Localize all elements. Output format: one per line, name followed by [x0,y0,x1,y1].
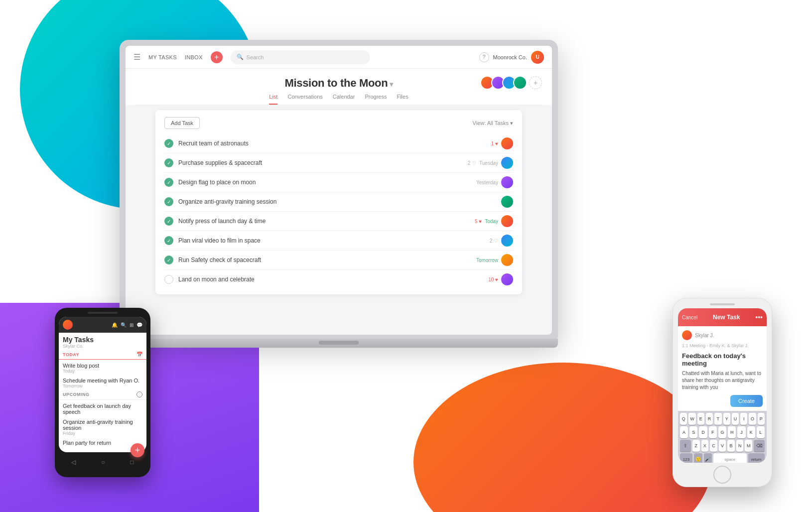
android-calendar-icon[interactable]: 📅 [136,352,142,357]
android-upcoming-header: UPCOMING [59,389,146,400]
key-i[interactable]: I [740,413,747,425]
key-emoji[interactable]: 🙂 [694,453,702,463]
android-grid-icon[interactable]: ⊞ [130,322,134,328]
android-chat-icon[interactable]: 💬 [136,322,142,328]
task-check[interactable]: ✓ [164,236,173,245]
key-a[interactable]: A [680,426,688,438]
key-space[interactable]: space [713,453,747,463]
android-my-tasks-label: My Tasks [63,336,142,344]
key-g[interactable]: G [718,426,726,438]
task-list-container: Add Task View: All Tasks ▾ ✓ Recruit tea… [155,110,522,294]
key-k[interactable]: K [747,426,755,438]
key-e[interactable]: E [697,413,704,425]
task-check[interactable]: ✓ [164,158,173,167]
key-d[interactable]: D [699,426,707,438]
key-h[interactable]: H [728,426,736,438]
nav-my-tasks[interactable]: MY TASKS [148,54,177,60]
key-w[interactable]: W [688,413,695,425]
help-button[interactable]: ? [479,52,489,62]
task-check[interactable] [164,275,173,284]
key-n[interactable]: N [736,440,744,452]
laptop-screen-inner: ☰ MY TASKS INBOX + 🔍 Search ? Moonrock C… [126,46,552,335]
android-app-title: My Tasks Skylar Co. [59,333,146,350]
key-b[interactable]: B [727,440,735,452]
key-s[interactable]: S [689,426,697,438]
task-likes: 2 ♡ [490,238,498,244]
menu-icon[interactable]: ☰ [134,52,140,62]
android-back-button[interactable]: ◁ [71,459,76,466]
topbar-right: ? Moonrock Co. U [479,51,544,64]
keyboard-row-4: 123 🙂 🎤 space return [680,453,765,463]
android-task-name: Write blog post [63,363,142,369]
key-q[interactable]: Q [680,413,687,425]
android-task-anti-gravity[interactable]: Organize anti-gravity training session F… [59,416,146,437]
android-recents-button[interactable]: □ [130,459,134,466]
task-likes: 1 ♥ [491,141,498,146]
key-mic[interactable]: 🎤 [704,453,712,463]
android-today-header: TODAY 📅 [59,350,146,360]
key-123[interactable]: 123 [680,453,692,463]
iphone-cancel-button[interactable]: Cancel [682,315,697,320]
task-meta: 10 ♥ [488,273,513,285]
iphone-create-button[interactable]: Create [730,395,763,407]
task-list-header: Add Task View: All Tasks ▾ [164,117,513,129]
key-u[interactable]: U [732,413,739,425]
key-f[interactable]: F [709,426,717,438]
user-avatar[interactable]: U [531,51,544,64]
android-task-write-blog[interactable]: Write blog post Today [59,360,146,375]
task-name: Plan viral video to film in space [178,237,485,244]
key-shift[interactable]: ⇧ [680,440,691,452]
android-upcoming-icon [136,391,142,397]
add-member-button[interactable]: + [529,76,542,89]
tab-files[interactable]: Files [397,94,408,105]
view-all-label[interactable]: View: All Tasks ▾ [473,120,513,127]
keyboard-row-1: Q W E R T Y U I O P [680,413,765,425]
task-check[interactable]: ✓ [164,139,173,148]
add-task-button[interactable]: Add Task [164,117,200,129]
task-check[interactable]: ✓ [164,178,173,187]
key-r[interactable]: R [706,413,713,425]
iphone-more-button[interactable]: ••• [755,313,763,321]
task-meta: 2 ♡ Tuesday [468,157,513,169]
key-l[interactable]: L [757,426,765,438]
tab-list[interactable]: List [269,94,277,105]
tab-conversations[interactable]: Conversations [287,94,322,105]
search-placeholder: Search [247,54,264,60]
nav-inbox[interactable]: INBOX [185,54,203,60]
iphone-task-title[interactable]: Feedback on today's meeting [682,352,763,367]
task-check[interactable]: ✓ [164,217,173,226]
key-p[interactable]: P [758,413,765,425]
key-t[interactable]: T [714,413,721,425]
iphone-assignee-row: Skylar J. [682,330,763,340]
project-header: Mission to the Moon + List Conversations… [126,69,552,105]
android-notif-icon[interactable]: 🔔 [112,322,118,328]
task-check[interactable]: ✓ [164,197,173,206]
key-c[interactable]: C [710,440,717,452]
iphone-content: Skylar J. 1:1 Meeting - Emily K. & Skyla… [678,326,767,411]
member-avatar-4 [513,76,527,90]
key-return[interactable]: return [748,453,765,463]
tab-calendar[interactable]: Calendar [333,94,355,105]
android-search-icon[interactable]: 🔍 [121,322,127,328]
tab-progress[interactable]: Progress [365,94,387,105]
key-backspace[interactable]: ⌫ [754,440,765,452]
new-item-button[interactable]: + [211,51,223,63]
search-bar[interactable]: 🔍 Search [231,50,370,64]
key-z[interactable]: Z [692,440,700,452]
iphone-home-button[interactable] [713,466,731,484]
table-row: ✓ Design flag to place on moon Yesterday [164,173,513,192]
key-x[interactable]: X [701,440,709,452]
key-m[interactable]: M [745,440,752,452]
android-task-schedule-meeting[interactable]: Schedule meeting with Ryan O. Tomorrow [59,375,146,389]
task-meta: Yesterday [476,176,513,188]
key-j[interactable]: J [737,426,745,438]
task-check[interactable]: ✓ [164,256,173,264]
android-task-feedback[interactable]: Get feedback on launch day speech [59,400,146,416]
key-o[interactable]: O [749,413,756,425]
key-v[interactable]: V [719,440,726,452]
android-home-button[interactable]: ○ [101,459,105,466]
task-assignee-avatar [501,137,513,149]
iphone-task-description[interactable]: Chatted with Maria at lunch, want to sha… [682,370,763,391]
search-icon: 🔍 [237,54,244,60]
key-y[interactable]: Y [723,413,730,425]
